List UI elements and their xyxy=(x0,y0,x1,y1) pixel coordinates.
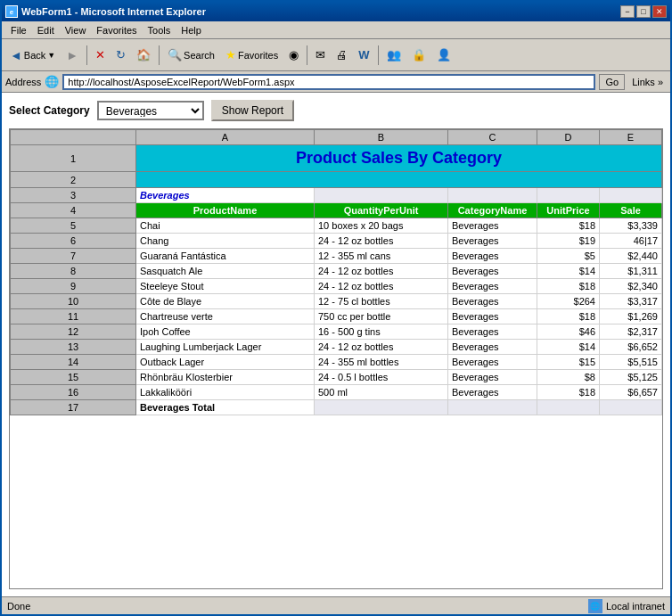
product-5: Chai xyxy=(136,218,315,234)
report-title: Product Sales By Category xyxy=(136,145,662,172)
qty-13: 24 - 12 oz bottles xyxy=(315,340,448,355)
row-num-8: 8 xyxy=(11,264,136,279)
total-empty-b xyxy=(315,400,448,415)
col-header-c: C xyxy=(448,130,537,145)
qty-12: 16 - 500 g tins xyxy=(315,324,448,340)
price-11: $18 xyxy=(537,309,600,324)
minimize-button[interactable]: − xyxy=(620,5,635,18)
menu-view[interactable]: View xyxy=(60,23,92,37)
cat-10: Beverages xyxy=(448,294,537,309)
edit-icon: W xyxy=(358,48,369,62)
row-num-17: 17 xyxy=(11,400,136,415)
toolbar-separator-4 xyxy=(378,45,379,65)
back-button[interactable]: ◄ Back ▼ xyxy=(5,44,60,67)
address-icon: 🌐 xyxy=(45,75,59,88)
price-6: $19 xyxy=(537,234,600,249)
sale-12: $2,317 xyxy=(600,324,662,340)
cat-16: Beverages xyxy=(448,385,537,400)
col-header-b: B xyxy=(315,130,448,145)
edit-button[interactable]: W xyxy=(354,44,373,67)
cat-9: Beverages xyxy=(448,279,537,294)
price-8: $14 xyxy=(537,264,600,279)
price-7: $5 xyxy=(537,249,600,264)
favorites-button[interactable]: ★ Favorites xyxy=(221,44,283,67)
print-button[interactable]: 🖨 xyxy=(332,44,352,67)
qty-11: 750 cc per bottle xyxy=(315,309,448,324)
sale-13: $6,652 xyxy=(600,340,662,355)
qty-8: 24 - 12 oz bottles xyxy=(315,264,448,279)
row-num-2: 2 xyxy=(11,172,136,188)
row-num-14: 14 xyxy=(11,355,136,370)
stop-button[interactable]: ✕ xyxy=(91,44,110,67)
table-row: 16 Lakkalikööri 500 ml Beverages $18 $6,… xyxy=(11,385,662,400)
qty-7: 12 - 355 ml cans xyxy=(315,249,448,264)
media-button[interactable]: ◉ xyxy=(284,44,303,67)
category-dropdown[interactable]: Beverages Condiments Confections Dairy P… xyxy=(97,101,204,120)
menu-help[interactable]: Help xyxy=(176,23,207,37)
cat-7: Beverages xyxy=(448,249,537,264)
maximize-button[interactable]: □ xyxy=(636,5,651,18)
extra-button-2[interactable]: 👤 xyxy=(432,44,455,67)
go-button[interactable]: Go xyxy=(599,74,625,90)
links-button[interactable]: Links » xyxy=(628,76,667,88)
toolbar: ◄ Back ▼ ► ✕ ↻ 🏠 🔍 Search ★ Favorites ◉ xyxy=(2,39,670,71)
table-row: 12 Ipoh Coffee 16 - 500 g tins Beverages… xyxy=(11,324,662,340)
price-12: $46 xyxy=(537,324,600,340)
header-product: ProductName xyxy=(136,203,315,218)
qty-16: 500 ml xyxy=(315,385,448,400)
qty-9: 24 - 12 oz bottles xyxy=(315,279,448,294)
close-button[interactable]: ✕ xyxy=(652,5,667,18)
back-label: Back xyxy=(24,50,45,61)
total-empty-d xyxy=(537,400,600,415)
price-16: $18 xyxy=(537,385,600,400)
sale-16: $6,657 xyxy=(600,385,662,400)
table-row: 7 Guaraná Fantástica 12 - 355 ml cans Be… xyxy=(11,249,662,264)
row-num-10: 10 xyxy=(11,294,136,309)
mail-button[interactable]: ✉ xyxy=(311,44,330,67)
forward-button[interactable]: ► xyxy=(61,44,83,67)
product-8: Sasquatch Ale xyxy=(136,264,315,279)
window-controls: − □ ✕ xyxy=(620,5,667,18)
menu-edit[interactable]: Edit xyxy=(32,23,60,37)
messenger-button[interactable]: 👥 xyxy=(382,44,406,67)
star-icon: ★ xyxy=(225,48,236,62)
row-num-7: 7 xyxy=(11,249,136,264)
address-input[interactable] xyxy=(62,74,595,90)
row-num-5: 5 xyxy=(11,218,136,234)
search-button[interactable]: 🔍 Search xyxy=(163,44,219,67)
table-row: 15 Rhönbräu Klosterbier 24 - 0.5 l bottl… xyxy=(11,370,662,385)
total-empty-e xyxy=(600,400,662,415)
header-sale: Sale xyxy=(600,203,662,218)
qty-15: 24 - 0.5 l bottles xyxy=(315,370,448,385)
stop-icon: ✕ xyxy=(95,48,105,62)
row-num-3: 3 xyxy=(11,188,136,203)
table-row: 11 Chartreuse verte 750 cc per bottle Be… xyxy=(11,309,662,324)
menu-file[interactable]: File xyxy=(5,23,32,37)
dropdown-icon[interactable]: ▼ xyxy=(47,51,55,60)
col-header-rownum xyxy=(11,130,136,145)
refresh-button[interactable]: ↻ xyxy=(111,44,130,67)
menu-bar: File Edit View Favorites Tools Help xyxy=(2,21,670,39)
table-header-row: 4 ProductName QuantityPerUnit CategoryNa… xyxy=(11,203,662,218)
cat-5: Beverages xyxy=(448,218,537,234)
search-icon: 🔍 xyxy=(168,48,182,62)
forward-icon: ► xyxy=(66,48,78,62)
table-row: 13 Laughing Lumberjack Lager 24 - 12 oz … xyxy=(11,340,662,355)
menu-tools[interactable]: Tools xyxy=(143,23,176,37)
header-qty: QuantityPerUnit xyxy=(315,203,448,218)
row-num-11: 11 xyxy=(11,309,136,324)
extra-icon-2: 👤 xyxy=(437,48,451,62)
address-label: Address xyxy=(5,77,41,87)
cat-empty-d xyxy=(537,188,600,203)
table-row: 14 Outback Lager 24 - 355 ml bottles Bev… xyxy=(11,355,662,370)
col-header-a: A xyxy=(136,130,315,145)
title-bar-left: e WebForm1 - Microsoft Internet Explorer xyxy=(5,5,206,18)
sale-11: $1,269 xyxy=(600,309,662,324)
menu-favorites[interactable]: Favorites xyxy=(91,23,142,37)
show-report-button[interactable]: Show Report xyxy=(211,100,294,121)
extra-button-1[interactable]: 🔒 xyxy=(407,44,430,67)
home-button[interactable]: 🏠 xyxy=(132,44,155,67)
price-9: $18 xyxy=(537,279,600,294)
product-14: Outback Lager xyxy=(136,355,315,370)
table-row: 6 Chang 24 - 12 oz bottles Beverages $19… xyxy=(11,234,662,249)
